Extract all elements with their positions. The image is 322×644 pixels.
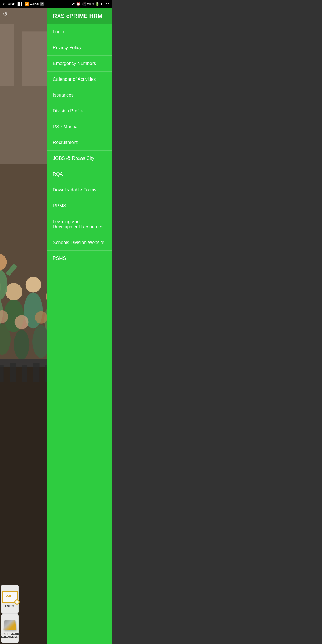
sidebar-item-emergency-numbers[interactable]: Emergency Numbers (47, 56, 112, 72)
carrier-label: GLOBE (3, 2, 15, 6)
crowd-illustration (0, 8, 47, 644)
bluetooth-icon: 📲 (82, 2, 86, 6)
sidebar-item-rqa[interactable]: RQA (47, 166, 112, 182)
people-background (0, 8, 47, 644)
battery-icon: 🔋 (95, 2, 99, 6)
sidebar-item-issuances[interactable]: Issuances (47, 87, 112, 103)
sidebar-item-calendar-of-activities[interactable]: Calendar of Activities (47, 72, 112, 87)
drawer-header: RXS ePRIME HRM (47, 8, 112, 24)
speed-value: 1.3 K/s (30, 3, 39, 5)
alarm-icon: ⏰ (76, 2, 80, 6)
sidebar-item-psms[interactable]: PSMS (47, 251, 112, 266)
refresh-button[interactable]: ↺ (3, 10, 8, 17)
sidebar-item-schools-division-website[interactable]: Schools Division Website (47, 235, 112, 251)
svg-point-9 (5, 283, 22, 300)
status-right: 👁 ⏰ 📲 56% 🔋 10:57 (72, 2, 109, 6)
sidebar-item-login[interactable]: Login (47, 24, 112, 40)
svg-point-21 (15, 315, 29, 329)
signal-icon: ▐▌▌ (16, 2, 24, 6)
svg-rect-2 (0, 24, 14, 86)
bottom-cards: JOB (0, 584, 20, 644)
svg-point-11 (26, 277, 41, 292)
status-bar: GLOBE ▐▌▌ 📶 1.3 K/s 2 👁 ⏰ 📲 56% 🔋 10:57 (0, 0, 112, 8)
svg-rect-45 (45, 365, 47, 382)
sidebar-item-downloadable-forms[interactable]: Downloadable Forms (47, 182, 112, 198)
time-label: 10:57 (101, 2, 109, 6)
svg-rect-44 (33, 363, 40, 382)
performance-label: PERFORMANCE MANAGEMENT (0, 632, 21, 638)
performance-icon (3, 619, 17, 631)
job-icon-wrapper: JOB (2, 591, 18, 605)
eye-icon: 👁 (72, 2, 75, 6)
svg-rect-3 (22, 31, 47, 86)
sidebar-item-privacy-policy[interactable]: Privacy Policy (47, 40, 112, 56)
svg-point-20 (14, 330, 29, 360)
sidebar-item-jobs-roxas-city[interactable]: JOBS @ Roxas City (47, 151, 112, 166)
entry-card[interactable]: JOB (1, 585, 19, 614)
wifi-icon: 📶 (25, 2, 29, 6)
sidebar-item-recruitment[interactable]: Recruitment (47, 135, 112, 151)
entry-label: ENTRY (5, 605, 15, 607)
svg-rect-42 (10, 363, 16, 382)
sidebar-item-rsp-manual[interactable]: RSP Manual (47, 119, 112, 135)
speed-indicator: 1.3 K/s (30, 3, 39, 5)
drawer-menu: RXS ePRIME HRM Login Privacy Policy Emer… (47, 8, 112, 644)
sidebar-item-division-profile[interactable]: Division Profile (47, 103, 112, 119)
battery-label: 56% (87, 2, 94, 6)
main-area: ↺ JOB (0, 8, 112, 644)
svg-point-23 (35, 311, 47, 323)
app-title: RXS ePRIME HRM (53, 13, 102, 19)
background-panel: ↺ JOB (0, 8, 47, 644)
sidebar-item-learning-development[interactable]: Learning and Development Resources (47, 214, 112, 235)
svg-rect-41 (0, 365, 4, 382)
performance-management-card[interactable]: PERFORMANCE MANAGEMENT (1, 614, 19, 643)
svg-rect-43 (22, 365, 27, 382)
sidebar-item-rpms[interactable]: RPMS (47, 198, 112, 214)
notification-badge: 2 (40, 2, 44, 6)
status-left: GLOBE ▐▌▌ 📶 1.3 K/s 2 (3, 2, 44, 6)
